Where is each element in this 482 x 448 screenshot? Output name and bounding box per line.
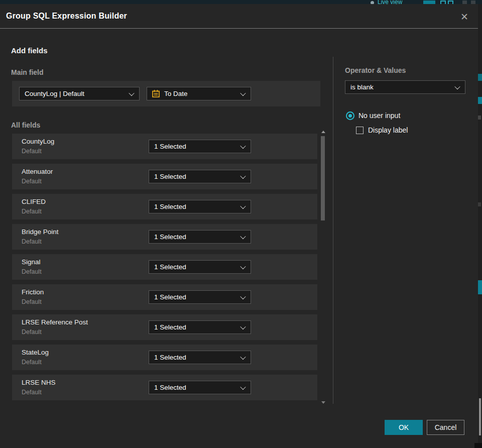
chevron-down-icon <box>240 323 246 329</box>
field-selected-dropdown[interactable]: 1 Selected <box>149 200 251 213</box>
field-name: LRSE NHS <box>22 379 56 386</box>
field-subtitle: Default <box>22 178 42 185</box>
chevron-down-icon <box>240 233 246 239</box>
add-fields-heading: Add fields <box>11 46 48 55</box>
ok-button[interactable]: OK <box>385 420 423 435</box>
field-selected-value: 1 Selected <box>149 354 241 361</box>
background-toolbar-button <box>423 1 435 4</box>
background-toolbar-button <box>440 1 446 4</box>
field-row-bridge-point: Bridge Point Default 1 Selected <box>12 224 317 250</box>
background-fragment <box>478 116 481 120</box>
field-row-lrse-reference-post: LRSE Reference Post Default 1 Selected <box>12 314 317 340</box>
field-subtitle: Default <box>22 359 42 366</box>
field-subtitle: Default <box>22 148 42 155</box>
field-selected-dropdown[interactable]: 1 Selected <box>149 351 251 364</box>
background-fragment <box>474 443 482 448</box>
group-sql-expression-builder-dialog: Group SQL Expression Builder ✕ Add field… <box>0 4 478 443</box>
background-fragment <box>478 74 482 81</box>
main-field-select[interactable]: CountyLog | Default <box>19 87 140 100</box>
field-selected-value: 1 Selected <box>149 143 241 150</box>
chevron-down-icon <box>129 90 134 95</box>
scrollbar-thumb[interactable] <box>321 136 325 220</box>
main-field-label: Main field <box>11 68 44 76</box>
operator-select[interactable]: is blank <box>345 80 465 94</box>
field-selected-value: 1 Selected <box>149 173 241 180</box>
field-selected-value: 1 Selected <box>149 233 241 241</box>
calendar-icon <box>152 89 160 98</box>
field-selected-value: 1 Selected <box>149 203 241 210</box>
field-selected-dropdown[interactable]: 1 Selected <box>149 290 251 304</box>
chevron-down-icon <box>240 90 246 95</box>
display-label-text: Display label <box>368 126 408 134</box>
field-subtitle: Default <box>22 268 42 275</box>
field-selected-dropdown[interactable]: 1 Selected <box>149 170 251 183</box>
radio-selected-icon <box>346 111 354 120</box>
background-toolbar-button <box>471 1 475 4</box>
field-name: CountyLog <box>22 138 54 145</box>
field-subtitle: Default <box>22 238 42 245</box>
field-name: Signal <box>22 258 41 266</box>
scroll-up-icon[interactable] <box>321 131 325 133</box>
field-selected-dropdown[interactable]: 1 Selected <box>149 381 251 394</box>
field-subtitle: Default <box>22 328 42 335</box>
dialog-title: Group SQL Expression Builder <box>6 12 127 21</box>
background-fragment <box>478 202 481 206</box>
field-row-lrse-nhs: LRSE NHS Default 1 Selected <box>12 375 317 400</box>
chevron-down-icon <box>240 173 246 178</box>
field-row-attenuator: Attenuator Default 1 Selected <box>12 164 317 189</box>
chevron-down-icon <box>240 263 246 269</box>
field-subtitle: Default <box>22 208 42 215</box>
background-app-right-sliver <box>478 4 482 443</box>
field-selected-value: 1 Selected <box>149 263 241 271</box>
all-fields-scrollbar[interactable] <box>321 130 325 405</box>
field-selected-dropdown[interactable]: 1 Selected <box>149 320 251 334</box>
background-fragment <box>478 97 482 104</box>
main-field-panel: CountyLog | Default To Date <box>12 81 320 106</box>
dialog-title-bar: Group SQL Expression Builder ✕ <box>0 4 478 29</box>
background-toolbar-button <box>462 1 467 4</box>
field-selected-value: 1 Selected <box>149 293 241 301</box>
field-selected-dropdown[interactable]: 1 Selected <box>149 140 251 153</box>
field-name: CLIFED <box>22 198 46 205</box>
field-name: Attenuator <box>22 168 53 175</box>
field-selected-dropdown[interactable]: 1 Selected <box>149 230 251 244</box>
background-toolbar-button <box>448 1 453 4</box>
operator-select-value: is blank <box>345 83 455 91</box>
display-label-checkbox[interactable]: Display label <box>356 126 408 134</box>
main-field-type-value: To Date <box>160 90 241 97</box>
field-row-clifed: CLIFED Default 1 Selected <box>12 194 317 219</box>
background-scrollbar-fragment <box>479 398 481 435</box>
field-row-signal: Signal Default 1 Selected <box>12 254 317 280</box>
live-view-label: Live view <box>378 0 402 4</box>
background-app-top-strip: Live view <box>0 0 482 4</box>
field-name: LRSE Reference Post <box>22 318 88 326</box>
chevron-down-icon <box>240 293 246 299</box>
field-row-countylog: CountyLog Default 1 Selected <box>12 134 317 159</box>
checkbox-unchecked-icon <box>356 127 364 134</box>
operator-values-label: Operator & Values <box>345 66 406 74</box>
cancel-button[interactable]: Cancel <box>427 420 464 435</box>
all-fields-label: All fields <box>11 121 40 129</box>
chevron-down-icon <box>240 384 246 389</box>
field-subtitle: Default <box>22 298 42 305</box>
no-user-input-radio[interactable]: No user input <box>346 111 400 120</box>
main-field-type-select[interactable]: To Date <box>147 87 251 100</box>
background-app-bottom-strip <box>0 443 482 448</box>
panel-divider <box>333 57 333 404</box>
background-fragment <box>478 280 482 294</box>
field-row-statelog: StateLog Default 1 Selected <box>12 345 317 370</box>
field-selected-value: 1 Selected <box>149 384 241 391</box>
scroll-down-icon[interactable] <box>321 401 325 404</box>
chevron-down-icon <box>240 203 246 208</box>
chevron-down-icon <box>240 354 246 359</box>
field-row-friction: Friction Default 1 Selected <box>12 284 317 310</box>
field-selected-dropdown[interactable]: 1 Selected <box>149 260 251 274</box>
radio-dot <box>348 114 352 118</box>
chevron-down-icon <box>454 83 460 89</box>
close-icon[interactable]: ✕ <box>458 10 471 23</box>
field-name: StateLog <box>22 349 49 356</box>
no-user-input-label: No user input <box>358 111 400 120</box>
field-name: Bridge Point <box>22 228 59 236</box>
field-name: Friction <box>22 288 44 296</box>
chevron-down-icon <box>240 143 246 148</box>
